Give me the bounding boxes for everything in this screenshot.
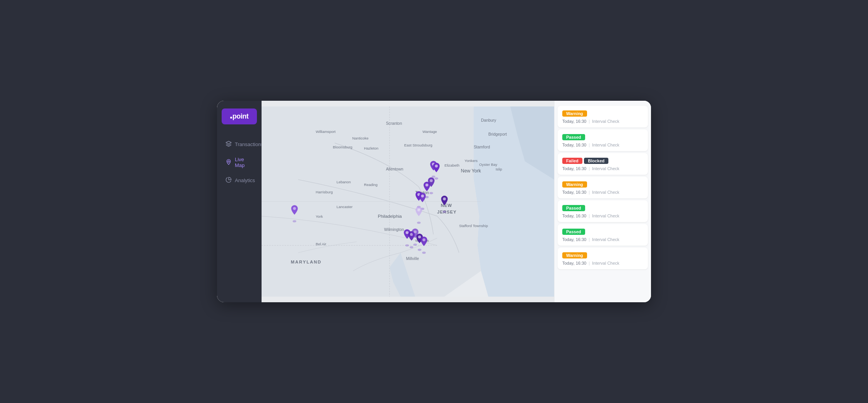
sidebar-item-label: Live Map	[235, 157, 253, 168]
check-time: Today, 16:30	[562, 119, 586, 124]
svg-text:Elizabeth: Elizabeth	[444, 163, 460, 167]
check-type: Interval Check	[592, 214, 619, 218]
status-badge: Warning	[562, 252, 587, 258]
separator: |	[589, 190, 590, 195]
svg-text:East Stroudsburg: East Stroudsburg	[404, 143, 432, 147]
svg-text:Bel Air: Bel Air	[316, 242, 326, 246]
svg-text:Philadelphia: Philadelphia	[378, 214, 402, 219]
svg-point-55	[405, 244, 409, 246]
check-card[interactable]: Warning Today, 16:30 | Interval Check	[558, 106, 648, 127]
check-meta: Today, 16:30 | Interval Check	[562, 166, 643, 171]
svg-text:Lancaster: Lancaster	[336, 205, 352, 209]
svg-point-39	[434, 177, 438, 180]
svg-text:Harrisburg: Harrisburg	[316, 190, 333, 194]
separator: |	[589, 166, 590, 171]
svg-point-59	[413, 244, 417, 246]
check-meta: Today, 16:30 | Interval Check	[562, 214, 643, 218]
check-time: Today, 16:30	[562, 190, 586, 195]
svg-point-63	[422, 251, 425, 254]
sidebar-item-live-map[interactable]: Live Map	[220, 153, 258, 172]
check-type: Interval Check	[592, 166, 619, 171]
status-badge: Passed	[562, 229, 585, 235]
map-area[interactable]: Scranton Danbury Williamsport Nanticoke …	[262, 101, 554, 302]
svg-point-44	[430, 179, 433, 182]
svg-point-53	[417, 222, 420, 224]
status-badge: Failed	[562, 158, 582, 164]
svg-point-52	[293, 207, 296, 210]
check-time: Today, 16:30	[562, 237, 586, 242]
svg-point-43	[429, 192, 433, 194]
svg-point-56	[406, 231, 409, 234]
svg-text:NEW: NEW	[441, 203, 452, 208]
svg-text:Islip: Islip	[496, 167, 502, 171]
sidebar-item-transactions[interactable]: Transactions	[220, 137, 258, 152]
separator: |	[589, 119, 590, 124]
logo-text: point	[230, 112, 248, 121]
svg-text:New York: New York	[461, 168, 481, 174]
check-card[interactable]: Passed Today, 16:30 | Interval Check	[558, 129, 648, 151]
sidebar-nav: Transactions Live Map An	[217, 136, 262, 189]
app-container: point Transactions	[217, 101, 651, 302]
sidebar: point Transactions	[217, 101, 262, 302]
check-card[interactable]: Passed Today, 16:30 | Interval Check	[558, 224, 648, 246]
svg-text:Bloomsburg: Bloomsburg	[333, 145, 352, 149]
check-time: Today, 16:30	[562, 261, 586, 265]
layers-icon	[226, 141, 232, 148]
check-card[interactable]: Passed Today, 16:30 | Interval Check	[558, 200, 648, 222]
svg-text:Wantage: Wantage	[422, 129, 437, 134]
svg-point-61	[418, 249, 421, 251]
separator: |	[589, 261, 590, 265]
badge-row: Passed	[562, 204, 643, 214]
svg-point-48	[421, 195, 424, 198]
svg-text:Oyster Bay: Oyster Bay	[479, 162, 498, 167]
status-badge: Warning	[562, 110, 587, 117]
status-badge: Passed	[562, 134, 585, 140]
badge-row: Warning	[562, 110, 643, 119]
svg-text:JERSEY: JERSEY	[437, 210, 456, 214]
map-pin-icon	[226, 159, 232, 166]
badge-row: Warning	[562, 181, 643, 190]
check-meta: Today, 16:30 | Interval Check	[562, 237, 643, 242]
svg-point-40	[435, 165, 438, 168]
svg-point-1	[228, 160, 229, 162]
svg-text:Hazleton: Hazleton	[364, 146, 378, 150]
svg-text:Wilmington: Wilmington	[384, 227, 404, 232]
check-type: Interval Check	[592, 261, 619, 265]
svg-point-64	[422, 238, 425, 241]
svg-text:York: York	[316, 214, 323, 219]
svg-text:Reading: Reading	[364, 183, 377, 187]
separator: |	[589, 237, 590, 242]
badge-row: Failed Blocked	[562, 157, 643, 166]
check-card[interactable]: Failed Blocked Today, 16:30 | Interval C…	[558, 153, 648, 175]
sidebar-item-label: Transactions	[235, 141, 264, 147]
separator: |	[589, 143, 590, 147]
svg-point-49	[443, 211, 446, 213]
check-time: Today, 16:30	[562, 166, 586, 171]
svg-text:Danbury: Danbury	[481, 118, 496, 122]
check-time: Today, 16:30	[562, 143, 586, 147]
svg-point-62	[418, 236, 421, 239]
sidebar-item-analytics[interactable]: Analytics	[220, 173, 258, 188]
check-meta: Today, 16:30 | Interval Check	[562, 143, 643, 147]
svg-text:MARYLAND: MARYLAND	[291, 260, 322, 264]
check-time: Today, 16:30	[562, 214, 586, 218]
status-badge: Warning	[562, 181, 587, 188]
svg-point-51	[293, 220, 296, 222]
svg-text:Williamsport: Williamsport	[316, 129, 336, 134]
svg-point-50	[443, 198, 446, 201]
check-type: Interval Check	[592, 237, 619, 242]
check-type: Interval Check	[592, 119, 619, 124]
svg-point-54	[417, 208, 420, 212]
badge-row: Warning	[562, 251, 643, 261]
svg-text:Bridgeport: Bridgeport	[488, 132, 507, 136]
check-card[interactable]: Warning Today, 16:30 | Interval Check	[558, 248, 648, 269]
logo: point	[222, 108, 257, 124]
map-svg: Scranton Danbury Williamsport Nanticoke …	[262, 101, 554, 302]
svg-point-42	[425, 184, 429, 187]
svg-text:Nanticoke: Nanticoke	[352, 136, 369, 140]
svg-text:Scranton: Scranton	[386, 121, 402, 126]
status-badge: Passed	[562, 205, 585, 211]
check-card[interactable]: Warning Today, 16:30 | Interval Check	[558, 177, 648, 198]
sidebar-item-label: Analytics	[235, 177, 255, 183]
svg-text:Stamford: Stamford	[474, 145, 490, 149]
